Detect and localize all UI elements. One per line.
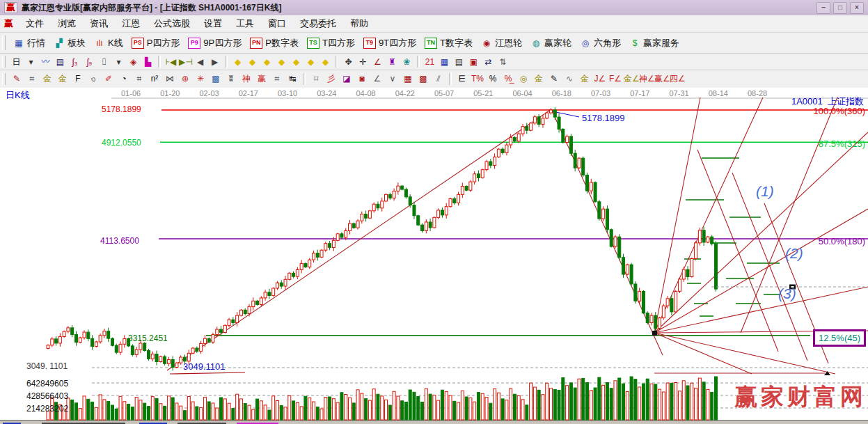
gann-shape-button-icon[interactable]: ♜: [386, 56, 399, 68]
ruler-123-tool-icon[interactable]: ⌗: [270, 72, 284, 86]
candle-type-button-icon[interactable]: 日: [10, 56, 23, 68]
crosshair-tool-button-icon[interactable]: ✛: [356, 56, 370, 68]
calculator-button-icon[interactable]: ▦: [438, 56, 451, 68]
f-angle-tool-icon[interactable]: F∠: [608, 72, 622, 86]
win-angle-tool-icon[interactable]: 赢∠: [654, 72, 668, 86]
av-wave-tool-icon[interactable]: ∿: [562, 72, 576, 86]
notes-button-icon[interactable]: ▤: [452, 56, 466, 68]
diamond-star-button-icon[interactable]: ◆: [290, 56, 303, 68]
parallel-lines-tool-icon[interactable]: ⫽: [432, 72, 445, 86]
kline-button[interactable]: ılıK线: [90, 36, 127, 50]
t-square-button[interactable]: TST四方形: [303, 36, 359, 50]
brain-tool-button-icon[interactable]: ❀: [400, 56, 413, 68]
minimize-button[interactable]: –: [816, 2, 830, 14]
rect-tool-icon[interactable]: ⌑: [309, 72, 323, 86]
f-square-tool-icon[interactable]: F: [71, 72, 85, 86]
next-bar-button-icon[interactable]: ▶: [208, 56, 221, 68]
color-histogram-button-icon[interactable]: ▙: [141, 56, 155, 68]
winner-wheel-button[interactable]: ◍赢家轮: [526, 36, 576, 50]
t-table-button[interactable]: TNT数字表: [420, 36, 477, 50]
red-box-grid-tool-icon[interactable]: ▩: [416, 72, 430, 86]
diamond-left-button-icon[interactable]: ◆: [231, 56, 244, 68]
menu-item-设置[interactable]: 设置: [197, 15, 229, 32]
menu-item-帮助[interactable]: 帮助: [343, 15, 375, 32]
minutes-9-button-icon[interactable]: ʃ₉: [83, 56, 96, 68]
menu-item-交易委托[interactable]: 交易委托: [293, 15, 343, 32]
import-button-icon[interactable]: ⇅: [496, 56, 510, 68]
gold-square2-tool-icon[interactable]: 金: [56, 72, 70, 86]
percent-line-tool-icon[interactable]: %̲: [501, 72, 515, 86]
calendar-button-icon[interactable]: 21: [423, 56, 436, 68]
brush-tool-icon[interactable]: ✐: [102, 72, 116, 86]
gold-level-tool-icon[interactable]: 金: [532, 72, 546, 86]
fan-box-tool-icon[interactable]: ◙: [355, 72, 369, 86]
level-list-tool-icon[interactable]: ⋿: [455, 72, 469, 86]
winner-service-button[interactable]: $赢家服务: [625, 36, 684, 50]
candle-type-dropdown-icon[interactable]: ▾: [24, 56, 38, 68]
gann-wheel-button[interactable]: ◉江恩轮: [477, 36, 526, 50]
gold-circle-tool-icon[interactable]: ◎: [516, 72, 530, 86]
menu-item-浏览[interactable]: 浏览: [51, 15, 83, 32]
maximize-button[interactable]: □: [833, 2, 847, 14]
hexagon-button[interactable]: ◎六角形: [576, 36, 625, 50]
pencil-tool-icon[interactable]: ✎: [10, 72, 24, 86]
menu-item-公式选股[interactable]: 公式选股: [147, 15, 197, 32]
shen-ruler-tool-icon[interactable]: 神: [239, 72, 253, 86]
percent-tool-icon[interactable]: %: [486, 72, 500, 86]
menu-item-窗口[interactable]: 窗口: [261, 15, 293, 32]
p-table-button[interactable]: PNP数字表: [246, 36, 303, 50]
menu-item-江恩[interactable]: 江恩: [115, 15, 147, 32]
box-grid-tool-icon[interactable]: ▩: [209, 72, 223, 86]
last-bar-button-icon[interactable]: ▶⊣: [179, 56, 192, 68]
gold-square-tool-icon[interactable]: 金: [40, 72, 54, 86]
gann-grid-tool-icon[interactable]: ⌗: [25, 72, 39, 86]
first-bar-button-icon[interactable]: ⊦◀: [164, 56, 177, 68]
mark-pen-tool-icon[interactable]: ✎: [547, 72, 561, 86]
angle-measure-button-icon[interactable]: ∠: [371, 56, 384, 68]
j-angle-tool-icon[interactable]: J∠: [593, 72, 607, 86]
single-candle-dropdown-icon[interactable]: ▾: [112, 56, 125, 68]
chart-area[interactable]: 日K线 01-0601-2002-0302-1703-1003-2404-080…: [0, 88, 868, 424]
diamond-cross-button-icon[interactable]: ◆: [275, 56, 288, 68]
menu-item-资讯[interactable]: 资讯: [83, 15, 115, 32]
gann-circle-tool-icon[interactable]: ◔: [117, 72, 131, 86]
diamond-all-button-icon[interactable]: ◆: [319, 56, 332, 68]
toolbar-grip[interactable]: [2, 56, 6, 67]
prev-bar-button-icon[interactable]: ◀: [194, 56, 207, 68]
angle-set-tool-icon[interactable]: ∠: [370, 72, 384, 86]
toolbar-grip[interactable]: [2, 73, 6, 86]
target-tool-icon[interactable]: ⊕: [178, 72, 192, 86]
spiral-tool-icon[interactable]: ৩: [86, 72, 100, 86]
menu-item-工具[interactable]: 工具: [229, 15, 261, 32]
fan-arc-tool-icon[interactable]: ◪: [340, 72, 354, 86]
pattern-active-button-icon[interactable]: ◈: [127, 56, 140, 68]
mirror-angle-tool-icon[interactable]: ⋈: [163, 72, 177, 86]
hand-tool-button-icon[interactable]: ✥: [342, 56, 355, 68]
single-candle-button-icon[interactable]: ⌷: [97, 56, 111, 68]
menu-item-文件[interactable]: 文件: [19, 15, 51, 32]
9p-square-button[interactable]: P99P四方形: [184, 36, 246, 50]
v-wave-tool-icon[interactable]: ∨: [386, 72, 400, 86]
gold-angle-tool-icon[interactable]: 金: [578, 72, 592, 86]
span-arrow-tool-icon[interactable]: ↹: [285, 72, 299, 86]
k-count-tool-icon[interactable]: ʬ: [224, 72, 238, 86]
win-ruler-tool-icon[interactable]: 赢: [255, 72, 269, 86]
diamond-swap-button-icon[interactable]: ◆: [260, 56, 274, 68]
diamond-quad-button-icon[interactable]: ◆: [304, 56, 317, 68]
n2-tool-icon[interactable]: n²: [148, 72, 161, 86]
red-grid-tool-icon[interactable]: ▦: [401, 72, 415, 86]
sectors-button[interactable]: ▞板块: [49, 36, 90, 50]
export-button-icon[interactable]: ⇄: [482, 56, 495, 68]
pattern-search-button-icon[interactable]: 〰: [39, 56, 52, 68]
f10-report-button-icon[interactable]: ▤: [54, 56, 67, 68]
quotes-button[interactable]: ▦行情: [9, 36, 49, 50]
p-square-button[interactable]: PSP四方形: [127, 36, 184, 50]
minutes-3-button-icon[interactable]: ʃ₃: [68, 56, 81, 68]
shen-angle-tool-icon[interactable]: 神∠: [639, 72, 653, 86]
fan-tool-icon[interactable]: 彡: [324, 72, 338, 86]
save-button-icon[interactable]: ▣: [467, 56, 480, 68]
grid-tool-icon[interactable]: ⌗: [132, 72, 146, 86]
9t-square-button[interactable]: T99T四方形: [359, 36, 420, 50]
t-percent-tool-icon[interactable]: T%: [471, 72, 484, 86]
close-button[interactable]: ×: [850, 2, 864, 14]
